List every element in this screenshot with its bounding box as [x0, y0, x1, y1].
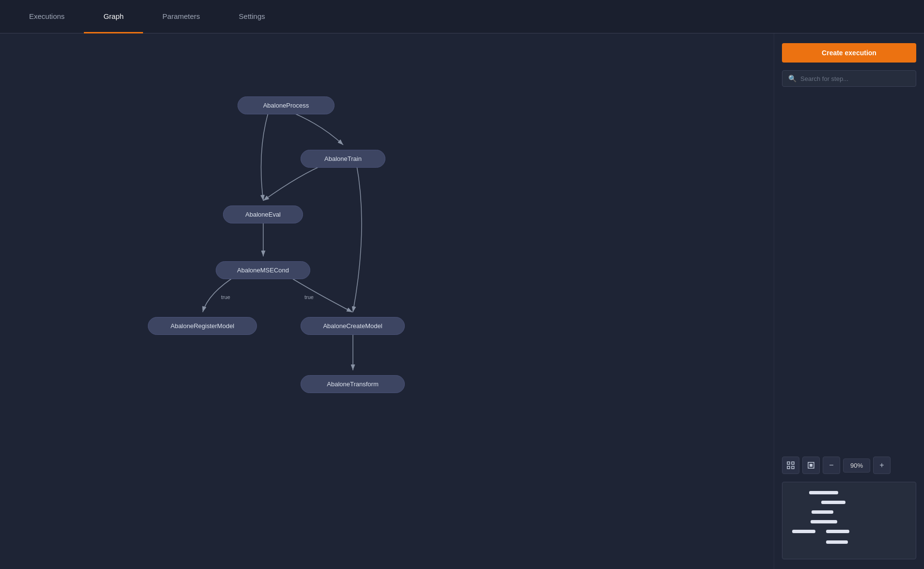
minimap-node-register — [792, 530, 815, 533]
search-input[interactable] — [800, 75, 910, 82]
node-register[interactable]: AbaloneRegisterModel — [148, 317, 257, 335]
fit-screen-button[interactable] — [782, 457, 799, 474]
minimap-node-train — [821, 501, 845, 504]
minimap-node-eval — [812, 510, 833, 514]
graph-canvas[interactable]: true true AbaloneProcess AbaloneTrain Ab… — [0, 33, 774, 569]
minimap-node-transform — [826, 540, 848, 544]
svg-rect-3 — [787, 466, 790, 469]
tab-settings[interactable]: Settings — [220, 0, 285, 33]
zoom-controls: − 90% + — [782, 457, 916, 474]
minimap-node-process — [809, 491, 838, 494]
minimap — [782, 482, 916, 559]
node-msecond[interactable]: AbaloneMSECond — [216, 261, 310, 279]
node-transform[interactable]: AbaloneTransform — [301, 375, 405, 393]
edge-label-true-register: true — [221, 294, 230, 300]
tab-bar: Executions Graph Parameters Settings — [0, 0, 924, 33]
tab-graph[interactable]: Graph — [84, 0, 143, 33]
node-process[interactable]: AbaloneProcess — [238, 96, 335, 114]
zoom-level-display: 90% — [843, 458, 870, 473]
minimap-node-create — [826, 530, 849, 533]
zoom-out-button[interactable]: − — [823, 457, 840, 474]
tab-parameters[interactable]: Parameters — [143, 0, 220, 33]
center-icon — [807, 461, 815, 469]
svg-rect-1 — [787, 462, 790, 464]
create-execution-button[interactable]: Create execution — [782, 43, 916, 63]
edge-label-true-create: true — [304, 294, 314, 300]
fit-screen-icon — [787, 461, 795, 469]
search-box: 🔍 — [782, 70, 916, 87]
svg-rect-2 — [792, 462, 794, 464]
zoom-in-button[interactable]: + — [873, 457, 891, 474]
search-icon: 🔍 — [788, 75, 797, 82]
main-area: true true AbaloneProcess AbaloneTrain Ab… — [0, 33, 924, 569]
node-create[interactable]: AbaloneCreateModel — [301, 317, 405, 335]
tab-executions[interactable]: Executions — [10, 0, 84, 33]
center-button[interactable] — [802, 457, 820, 474]
svg-rect-6 — [810, 464, 812, 467]
node-train[interactable]: AbaloneTrain — [301, 150, 385, 168]
svg-rect-4 — [792, 466, 794, 469]
graph-svg — [0, 33, 774, 569]
node-eval[interactable]: AbaloneEval — [223, 205, 303, 223]
minimap-node-msecond — [811, 520, 837, 523]
right-panel: Create execution 🔍 — [774, 33, 924, 569]
